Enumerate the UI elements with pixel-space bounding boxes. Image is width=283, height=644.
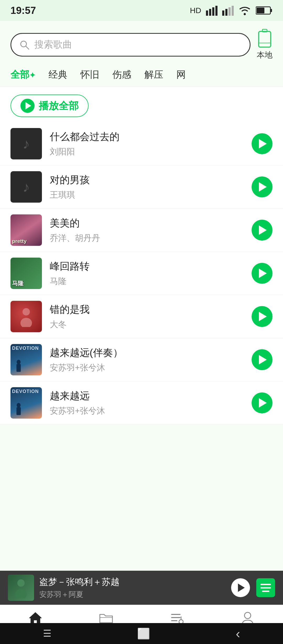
svg-point-23 [17, 579, 25, 587]
song-title: 对的男孩 [50, 173, 244, 187]
search-placeholder-text: 搜索歌曲 [34, 38, 72, 51]
status-bar: 19:57 HD [0, 0, 283, 21]
play-triangle-icon [259, 225, 267, 235]
play-button[interactable] [252, 392, 273, 413]
devotion-silhouette [12, 358, 25, 374]
play-button[interactable] [252, 176, 273, 197]
tab-all[interactable]: 全部✦ [10, 68, 35, 81]
song-title: 峰回路转 [50, 260, 244, 273]
tab-relax[interactable]: 解压 [144, 68, 163, 81]
tab-classic[interactable]: 经典 [48, 68, 67, 81]
mini-playlist-button[interactable] [256, 578, 275, 597]
status-icons: HD [190, 5, 273, 16]
list-item[interactable]: ♪ 对的男孩 王琪琪 [0, 165, 283, 209]
song-thumbnail: ♪ [10, 128, 42, 159]
song-info: 越来越远(伴奏） 安苏羽+张兮沐 [50, 346, 244, 374]
thumb-devotion2-label: DEVOTION [12, 389, 39, 394]
song-thumbnail [10, 301, 42, 332]
svg-rect-4 [222, 10, 224, 16]
song-title: 越来越远(伴奏） [50, 346, 244, 359]
svg-rect-2 [212, 7, 214, 16]
thumb-label: 马隆 [12, 280, 24, 287]
status-time: 19:57 [10, 5, 36, 16]
song-artist: 安苏羽+张兮沐 [50, 362, 244, 374]
svg-rect-11 [257, 8, 264, 13]
music-note-icon: ♪ [23, 136, 30, 152]
svg-rect-14 [259, 31, 271, 47]
play-button[interactable] [252, 133, 273, 154]
sparkle-icon: ✦ [29, 71, 35, 80]
android-home-button[interactable]: ⬜ [137, 628, 150, 640]
song-list: ♪ 什么都会过去的 刘阳阳 ♪ 对的男孩 王琪琪 [0, 122, 283, 425]
play-button[interactable] [252, 263, 273, 284]
play-button[interactable] [252, 306, 273, 327]
list-item[interactable]: pretty 美美的 乔洋、胡丹丹 [0, 209, 283, 252]
android-back-button[interactable]: ‹ [236, 626, 240, 641]
search-bar[interactable]: 搜索歌曲 [10, 33, 251, 57]
song-artist: 马隆 [50, 276, 244, 287]
mini-player-controls [231, 578, 275, 597]
mini-play-button[interactable] [231, 578, 250, 597]
play-triangle-icon [259, 269, 267, 278]
svg-point-32 [244, 612, 251, 619]
song-info: 峰回路转 马隆 [50, 260, 244, 287]
mini-player[interactable]: 盗梦－张鸣利＋苏越 安苏羽＋阿夏 [0, 571, 283, 605]
play-all-container: 播放全部 [0, 87, 283, 122]
mini-player-artist: 安苏羽＋阿夏 [39, 590, 226, 599]
svg-rect-1 [209, 9, 211, 16]
tab-nostalgia[interactable]: 怀旧 [80, 68, 99, 81]
devotion2-silhouette [12, 401, 25, 417]
signal2-icon [222, 5, 234, 16]
song-artist: 乔洋、胡丹丹 [50, 232, 244, 244]
svg-marker-25 [29, 612, 42, 624]
svg-rect-22 [17, 407, 21, 415]
list-item[interactable]: DEVOTION 越来越远(伴奏） 安苏羽+张兮沐 [0, 338, 283, 381]
svg-point-17 [23, 308, 30, 315]
person-silhouette [18, 306, 34, 327]
tab-sad[interactable]: 伤感 [112, 68, 131, 81]
svg-rect-7 [232, 6, 234, 16]
svg-point-18 [20, 318, 32, 327]
song-info: 美美的 乔洋、胡丹丹 [50, 216, 244, 244]
play-button[interactable] [252, 220, 273, 241]
list-line-2 [260, 587, 271, 589]
list-item[interactable]: DEVOTION 越来越远 安苏羽+张兮沐 [0, 381, 283, 425]
mini-play-triangle-icon [238, 584, 245, 592]
android-menu-button[interactable]: ☰ [43, 628, 51, 639]
play-all-button[interactable]: 播放全部 [10, 95, 89, 117]
hd-icon: HD [190, 6, 201, 15]
svg-rect-10 [270, 9, 272, 12]
song-thumbnail: DEVOTION [10, 387, 42, 419]
svg-rect-0 [206, 10, 208, 16]
play-triangle-icon [259, 182, 267, 192]
song-title: 越来越远 [50, 389, 244, 403]
song-info: 错的是我 大冬 [50, 303, 244, 330]
play-button[interactable] [252, 349, 273, 370]
signal-icon [206, 5, 217, 16]
play-all-triangle-icon [25, 102, 31, 109]
svg-point-24 [15, 589, 27, 598]
song-info: 越来越远 安苏羽+张兮沐 [50, 389, 244, 417]
svg-point-8 [244, 13, 246, 15]
song-thumbnail: 马隆 [10, 258, 42, 289]
song-title: 什么都会过去的 [50, 130, 244, 143]
local-button[interactable]: 本地 [257, 29, 273, 60]
svg-rect-3 [215, 6, 217, 16]
play-triangle-icon [259, 312, 267, 321]
list-item[interactable]: 马隆 峰回路转 马隆 [0, 252, 283, 295]
list-item[interactable]: ♪ 什么都会过去的 刘阳阳 [0, 122, 283, 165]
mini-player-info: 盗梦－张鸣利＋苏越 安苏羽＋阿夏 [39, 576, 226, 599]
battery-icon [256, 6, 273, 15]
song-artist: 大冬 [50, 319, 244, 330]
song-title: 错的是我 [50, 303, 244, 316]
tab-net[interactable]: 网 [176, 68, 186, 81]
mini-player-thumbnail [8, 575, 34, 601]
music-note-icon: ♪ [23, 179, 30, 195]
thumb-devotion-label: DEVOTION [12, 346, 39, 351]
play-triangle-icon [259, 398, 267, 408]
list-line-3 [262, 591, 269, 592]
list-item[interactable]: 错的是我 大冬 [0, 295, 283, 338]
song-thumbnail: pretty [10, 214, 42, 246]
svg-rect-20 [17, 364, 21, 372]
thumb-img: 马隆 [10, 258, 42, 289]
